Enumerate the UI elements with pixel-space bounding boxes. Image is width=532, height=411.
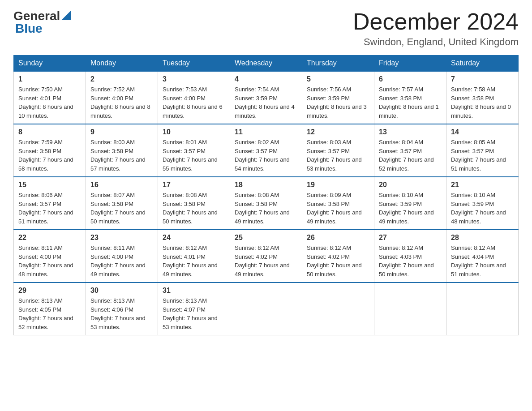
daylight-label: Daylight: 7 hours and 49 minutes.	[235, 209, 290, 225]
daylight-label: Daylight: 7 hours and 48 minutes.	[18, 262, 73, 278]
day-number: 27	[379, 234, 442, 242]
location-text: Swindon, England, United Kingdom	[353, 36, 519, 48]
table-row: 5 Sunrise: 7:56 AM Sunset: 3:59 PM Dayli…	[302, 71, 374, 124]
sunset-label: Sunset: 3:57 PM	[235, 148, 278, 154]
month-title: December 2024	[353, 9, 519, 34]
day-info: Sunrise: 8:12 AM Sunset: 4:01 PM Dayligh…	[163, 244, 225, 278]
sunset-label: Sunset: 3:58 PM	[18, 148, 61, 154]
daylight-label: Daylight: 7 hours and 55 minutes.	[163, 156, 218, 172]
sunset-label: Sunset: 4:00 PM	[163, 95, 206, 102]
svg-marker-0	[61, 10, 71, 20]
table-row: 17 Sunrise: 8:08 AM Sunset: 3:58 PM Dayl…	[158, 177, 230, 230]
daylight-label: Daylight: 7 hours and 51 minutes.	[451, 262, 506, 278]
calendar-week-row: 22 Sunrise: 8:11 AM Sunset: 4:00 PM Dayl…	[14, 230, 519, 283]
table-row: 15 Sunrise: 8:06 AM Sunset: 3:57 PM Dayl…	[14, 177, 86, 230]
table-row: 26 Sunrise: 8:12 AM Sunset: 4:02 PM Dayl…	[302, 230, 374, 283]
day-info: Sunrise: 8:12 AM Sunset: 4:02 PM Dayligh…	[235, 244, 297, 278]
day-info: Sunrise: 7:56 AM Sunset: 3:59 PM Dayligh…	[307, 85, 369, 120]
header-saturday: Saturday	[446, 56, 519, 72]
sunrise-label: Sunrise: 8:02 AM	[235, 139, 279, 146]
day-number: 26	[307, 234, 369, 242]
sunrise-label: Sunrise: 8:08 AM	[163, 192, 207, 198]
sunrise-label: Sunrise: 8:06 AM	[18, 192, 63, 198]
sunrise-label: Sunrise: 8:10 AM	[379, 192, 423, 198]
sunset-label: Sunset: 4:00 PM	[90, 95, 133, 102]
sunset-label: Sunset: 3:58 PM	[90, 148, 133, 154]
day-info: Sunrise: 7:52 AM Sunset: 4:00 PM Dayligh…	[90, 85, 153, 120]
day-info: Sunrise: 8:10 AM Sunset: 3:59 PM Dayligh…	[451, 191, 514, 226]
day-number: 6	[379, 75, 442, 83]
day-info: Sunrise: 8:13 AM Sunset: 4:06 PM Dayligh…	[90, 296, 153, 331]
day-number: 15	[18, 181, 81, 189]
daylight-label: Daylight: 8 hours and 8 minutes.	[90, 103, 150, 119]
table-row: 16 Sunrise: 8:07 AM Sunset: 3:58 PM Dayl…	[86, 177, 158, 230]
sunset-label: Sunset: 4:01 PM	[163, 253, 206, 260]
day-number: 25	[235, 234, 297, 242]
daylight-label: Daylight: 7 hours and 53 minutes.	[307, 156, 362, 172]
calendar-week-row: 1 Sunrise: 7:50 AM Sunset: 4:01 PM Dayli…	[14, 71, 519, 124]
logo: General Blue	[13, 9, 71, 36]
sunset-label: Sunset: 3:58 PM	[451, 95, 494, 102]
day-number: 29	[18, 287, 81, 295]
sunrise-label: Sunrise: 8:04 AM	[379, 139, 423, 146]
sunrise-label: Sunrise: 8:13 AM	[18, 297, 63, 304]
day-info: Sunrise: 8:03 AM Sunset: 3:57 PM Dayligh…	[307, 138, 369, 173]
sunrise-label: Sunrise: 8:01 AM	[163, 139, 207, 146]
day-info: Sunrise: 8:10 AM Sunset: 3:59 PM Dayligh…	[379, 191, 442, 226]
sunrise-label: Sunrise: 8:13 AM	[163, 297, 207, 304]
daylight-label: Daylight: 8 hours and 4 minutes.	[235, 103, 295, 119]
sunset-label: Sunset: 4:02 PM	[235, 253, 278, 260]
day-number: 5	[307, 75, 369, 83]
sunrise-label: Sunrise: 7:58 AM	[451, 86, 495, 93]
sunset-label: Sunset: 3:57 PM	[307, 148, 350, 154]
day-info: Sunrise: 7:58 AM Sunset: 3:58 PM Dayligh…	[451, 85, 514, 120]
sunrise-label: Sunrise: 8:03 AM	[307, 139, 351, 146]
daylight-label: Daylight: 7 hours and 52 minutes.	[18, 315, 73, 330]
daylight-label: Daylight: 7 hours and 49 minutes.	[379, 209, 434, 225]
sunset-label: Sunset: 3:58 PM	[235, 201, 278, 207]
sunrise-label: Sunrise: 7:50 AM	[18, 86, 63, 93]
daylight-label: Daylight: 7 hours and 52 minutes.	[379, 156, 434, 172]
day-number: 14	[451, 128, 514, 136]
day-info: Sunrise: 8:11 AM Sunset: 4:00 PM Dayligh…	[18, 244, 81, 278]
day-number: 13	[379, 128, 442, 136]
logo-triangle-icon	[61, 10, 71, 20]
day-number: 17	[163, 181, 225, 189]
day-number: 12	[307, 128, 369, 136]
day-info: Sunrise: 7:53 AM Sunset: 4:00 PM Dayligh…	[163, 85, 225, 120]
day-number: 4	[235, 75, 297, 83]
table-row: 30 Sunrise: 8:13 AM Sunset: 4:06 PM Dayl…	[86, 283, 158, 335]
table-row: 20 Sunrise: 8:10 AM Sunset: 3:59 PM Dayl…	[374, 177, 446, 230]
sunset-label: Sunset: 3:57 PM	[163, 148, 206, 154]
calendar-week-row: 15 Sunrise: 8:06 AM Sunset: 3:57 PM Dayl…	[14, 177, 519, 230]
sunrise-label: Sunrise: 8:09 AM	[307, 192, 351, 198]
table-row: 12 Sunrise: 8:03 AM Sunset: 3:57 PM Dayl…	[302, 124, 374, 177]
daylight-label: Daylight: 8 hours and 0 minutes.	[451, 103, 511, 119]
header-friday: Friday	[374, 56, 446, 72]
sunset-label: Sunset: 3:57 PM	[18, 201, 61, 207]
sunset-label: Sunset: 3:59 PM	[235, 95, 278, 102]
daylight-label: Daylight: 7 hours and 53 minutes.	[163, 315, 218, 330]
sunrise-label: Sunrise: 8:12 AM	[379, 244, 423, 251]
sunrise-label: Sunrise: 8:08 AM	[235, 192, 279, 198]
sunrise-label: Sunrise: 8:05 AM	[451, 139, 495, 146]
daylight-label: Daylight: 7 hours and 50 minutes.	[379, 262, 434, 278]
table-row: 25 Sunrise: 8:12 AM Sunset: 4:02 PM Dayl…	[230, 230, 302, 283]
day-number: 19	[307, 181, 369, 189]
table-row: 21 Sunrise: 8:10 AM Sunset: 3:59 PM Dayl…	[446, 177, 519, 230]
daylight-label: Daylight: 7 hours and 50 minutes.	[90, 209, 146, 225]
day-info: Sunrise: 8:12 AM Sunset: 4:04 PM Dayligh…	[451, 244, 514, 278]
table-row: 18 Sunrise: 8:08 AM Sunset: 3:58 PM Dayl…	[230, 177, 302, 230]
table-row: 3 Sunrise: 7:53 AM Sunset: 4:00 PM Dayli…	[158, 71, 230, 124]
day-number: 22	[18, 234, 81, 242]
daylight-label: Daylight: 7 hours and 51 minutes.	[18, 209, 73, 225]
daylight-label: Daylight: 7 hours and 58 minutes.	[18, 156, 73, 172]
sunset-label: Sunset: 3:58 PM	[379, 95, 422, 102]
table-row	[302, 283, 374, 335]
daylight-label: Daylight: 7 hours and 51 minutes.	[451, 156, 506, 172]
day-info: Sunrise: 7:57 AM Sunset: 3:58 PM Dayligh…	[379, 85, 442, 120]
sunset-label: Sunset: 4:01 PM	[18, 95, 61, 102]
sunrise-label: Sunrise: 8:11 AM	[18, 244, 63, 251]
table-row: 28 Sunrise: 8:12 AM Sunset: 4:04 PM Dayl…	[446, 230, 519, 283]
sunset-label: Sunset: 4:00 PM	[18, 253, 61, 260]
